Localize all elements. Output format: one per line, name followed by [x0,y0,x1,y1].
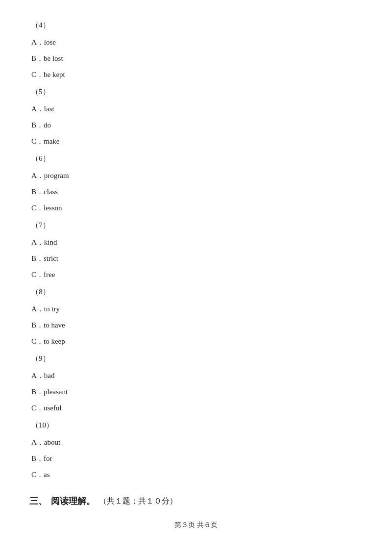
question-7-option-c: C．free [29,268,363,281]
section-title: 阅读理解。 [51,493,95,509]
question-6-option-a: A．program [29,169,363,182]
question-8-label: （8） [29,285,363,299]
question-10-option-a: A．about [29,436,363,449]
question-5-option-a: A．last [29,102,363,116]
question-7-option-b: B．strict [29,252,363,265]
question-10-option-b: B．for [29,452,363,465]
section-info: （共１题；共１０分） [99,494,177,508]
question-6-option-b: B．class [29,185,363,199]
question-5-option-b: B．do [29,119,363,132]
question-5-option-c: C．make [29,135,363,148]
question-8-option-c: C．to keep [29,335,363,348]
question-6: （6） A．program B．class C．lesson [29,152,363,215]
question-6-label: （6） [29,152,363,165]
question-7: （7） A．kind B．strict C．free [29,219,363,281]
question-4-label: （4） [29,19,363,32]
question-9-option-a: A．bad [29,369,363,382]
question-9: （9） A．bad B．pleasant C．useful [29,352,363,415]
question-9-label: （9） [29,352,363,365]
question-4: （4） A．lose B．be lost C．be kept [29,19,363,81]
section-header: 三、 阅读理解。 （共１题；共１０分） [29,493,363,509]
question-7-option-a: A．kind [29,236,363,249]
question-7-label: （7） [29,219,363,232]
page-number: 第３页 共６页 [174,521,218,529]
question-9-option-b: B．pleasant [29,385,363,399]
question-6-option-c: C．lesson [29,202,363,215]
page-footer: 第３页 共６页 [29,519,363,531]
question-4-option-a: A．lose [29,36,363,49]
question-4-option-c: C．be kept [29,68,363,81]
section-number: 三、 [29,493,47,509]
question-4-option-b: B．be lost [29,52,363,65]
question-5: （5） A．last B．do C．make [29,85,363,148]
question-10-option-c: C．as [29,468,363,481]
question-5-label: （5） [29,85,363,99]
question-9-option-c: C．useful [29,402,363,415]
question-8-option-a: A．to try [29,303,363,316]
question-10: （10） A．about B．for C．as [29,419,363,481]
exam-content: （4） A．lose B．be lost C．be kept （5） A．las… [29,19,363,531]
question-8-option-b: B．to have [29,319,363,332]
question-8: （8） A．to try B．to have C．to keep [29,285,363,348]
question-10-label: （10） [29,419,363,432]
